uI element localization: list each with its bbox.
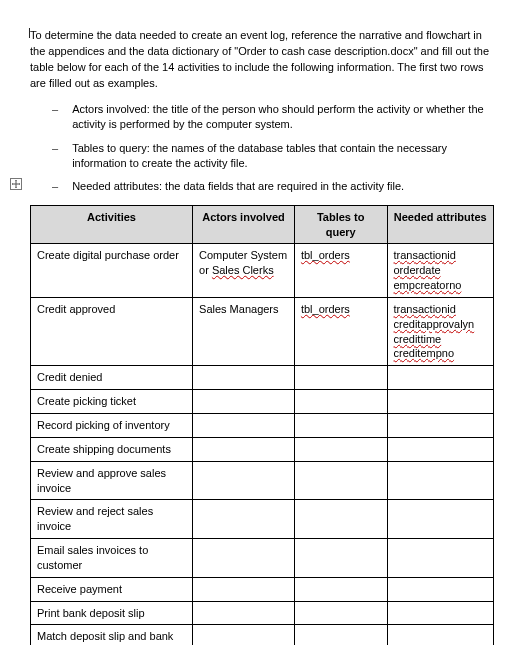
col-attributes: Needed attributes bbox=[387, 205, 494, 244]
cell-actors[interactable] bbox=[193, 539, 295, 578]
cell-attributes[interactable] bbox=[387, 577, 494, 601]
cell-activity[interactable]: Create shipping documents bbox=[31, 437, 193, 461]
spellcheck-underline: transactionid bbox=[394, 249, 456, 261]
cell-tables[interactable] bbox=[294, 577, 387, 601]
cell-activity[interactable]: Create digital purchase order bbox=[31, 244, 193, 298]
table-row[interactable]: Create picking ticket bbox=[31, 390, 494, 414]
cell-activity[interactable]: Credit denied bbox=[31, 366, 193, 390]
cell-activity[interactable]: Credit approved bbox=[31, 297, 193, 365]
table-row[interactable]: Credit denied bbox=[31, 366, 494, 390]
cell-activity[interactable]: Create picking ticket bbox=[31, 390, 193, 414]
col-activities: Activities bbox=[31, 205, 193, 244]
cell-activity[interactable]: Review and reject sales invoice bbox=[31, 500, 193, 539]
activity-table[interactable]: Activities Actors involved Tables to que… bbox=[30, 205, 494, 645]
spellcheck-underline: orderdate bbox=[394, 264, 441, 276]
cell-activity[interactable]: Email sales invoices to customer bbox=[31, 539, 193, 578]
text-cursor: | bbox=[28, 26, 31, 38]
cell-actors[interactable] bbox=[193, 577, 295, 601]
table-row[interactable]: Record picking of inventory bbox=[31, 413, 494, 437]
cell-activity[interactable]: Review and approve sales invoice bbox=[31, 461, 193, 500]
dash-icon: – bbox=[52, 141, 58, 156]
cell-tables[interactable] bbox=[294, 390, 387, 414]
cell-attributes[interactable] bbox=[387, 437, 494, 461]
intro-paragraph: To determine the data needed to create a… bbox=[30, 28, 494, 92]
spellcheck-underline: transactionid bbox=[394, 303, 456, 315]
cell-actors[interactable] bbox=[193, 500, 295, 539]
spellcheck-underline: creditempno bbox=[394, 347, 455, 359]
cell-attributes[interactable] bbox=[387, 390, 494, 414]
spellcheck-underline: empcreatorno bbox=[394, 279, 462, 291]
cell-attributes[interactable] bbox=[387, 461, 494, 500]
bullet-item: – Actors involved: the title of the pers… bbox=[52, 102, 494, 133]
bullet-item: – Needed attributes: the data fields tha… bbox=[52, 179, 494, 194]
spellcheck-underline: creditapprovalyn bbox=[394, 318, 475, 330]
dash-icon: – bbox=[52, 102, 58, 117]
table-row[interactable]: Email sales invoices to customer bbox=[31, 539, 494, 578]
bullet-list: – Actors involved: the title of the pers… bbox=[30, 102, 494, 195]
col-actors: Actors involved bbox=[193, 205, 295, 244]
spellcheck-underline: tbl_orders bbox=[301, 249, 350, 261]
table-row[interactable]: Review and approve sales invoice bbox=[31, 461, 494, 500]
table-row[interactable]: Receive payment bbox=[31, 577, 494, 601]
cell-tables[interactable] bbox=[294, 601, 387, 625]
cell-attributes[interactable]: transactionidorderdateempcreatorno bbox=[387, 244, 494, 298]
cell-actors[interactable] bbox=[193, 625, 295, 645]
cell-actors[interactable] bbox=[193, 437, 295, 461]
cell-tables[interactable] bbox=[294, 461, 387, 500]
table-row[interactable]: Credit approvedSales Managerstbl_orderst… bbox=[31, 297, 494, 365]
table-row[interactable]: Match deposit slip and bank receipt bbox=[31, 625, 494, 645]
cell-actors[interactable] bbox=[193, 601, 295, 625]
dash-icon: – bbox=[52, 179, 58, 194]
cell-activity[interactable]: Record picking of inventory bbox=[31, 413, 193, 437]
table-anchor-icon[interactable] bbox=[10, 178, 22, 190]
table-body: Create digital purchase orderComputer Sy… bbox=[31, 244, 494, 645]
cell-actors[interactable]: Sales Managers bbox=[193, 297, 295, 365]
table-row[interactable]: Create digital purchase orderComputer Sy… bbox=[31, 244, 494, 298]
cell-attributes[interactable]: transactionidcreditapprovalyncredittimec… bbox=[387, 297, 494, 365]
spellcheck-underline: Sales Clerks bbox=[212, 264, 274, 276]
table-row[interactable]: Review and reject sales invoice bbox=[31, 500, 494, 539]
cell-attributes[interactable] bbox=[387, 500, 494, 539]
bullet-text: Actors involved: the title of the person… bbox=[72, 102, 494, 133]
cell-attributes[interactable] bbox=[387, 413, 494, 437]
cell-tables[interactable] bbox=[294, 413, 387, 437]
cell-tables[interactable] bbox=[294, 625, 387, 645]
table-row[interactable]: Print bank deposit slip bbox=[31, 601, 494, 625]
table-row[interactable]: Create shipping documents bbox=[31, 437, 494, 461]
bullet-text: Tables to query: the names of the databa… bbox=[72, 141, 494, 172]
cell-tables[interactable] bbox=[294, 500, 387, 539]
cell-activity[interactable]: Receive payment bbox=[31, 577, 193, 601]
cell-tables[interactable] bbox=[294, 366, 387, 390]
cell-tables[interactable]: tbl_orders bbox=[294, 297, 387, 365]
cell-activity[interactable]: Print bank deposit slip bbox=[31, 601, 193, 625]
cell-actors[interactable] bbox=[193, 390, 295, 414]
spellcheck-underline: credittime bbox=[394, 333, 442, 345]
bullet-item: – Tables to query: the names of the data… bbox=[52, 141, 494, 172]
cell-actors[interactable] bbox=[193, 413, 295, 437]
cell-tables[interactable] bbox=[294, 437, 387, 461]
spellcheck-underline: tbl_orders bbox=[301, 303, 350, 315]
cell-attributes[interactable] bbox=[387, 601, 494, 625]
cell-actors[interactable] bbox=[193, 461, 295, 500]
cell-actors[interactable] bbox=[193, 366, 295, 390]
cell-actors[interactable]: Computer System or Sales Clerks bbox=[193, 244, 295, 298]
bullet-text: Needed attributes: the data fields that … bbox=[72, 179, 404, 194]
cell-attributes[interactable] bbox=[387, 366, 494, 390]
cell-activity[interactable]: Match deposit slip and bank receipt bbox=[31, 625, 193, 645]
col-tables: Tables to query bbox=[294, 205, 387, 244]
cell-tables[interactable] bbox=[294, 539, 387, 578]
cell-attributes[interactable] bbox=[387, 625, 494, 645]
cell-tables[interactable]: tbl_orders bbox=[294, 244, 387, 298]
table-header-row: Activities Actors involved Tables to que… bbox=[31, 205, 494, 244]
cell-attributes[interactable] bbox=[387, 539, 494, 578]
